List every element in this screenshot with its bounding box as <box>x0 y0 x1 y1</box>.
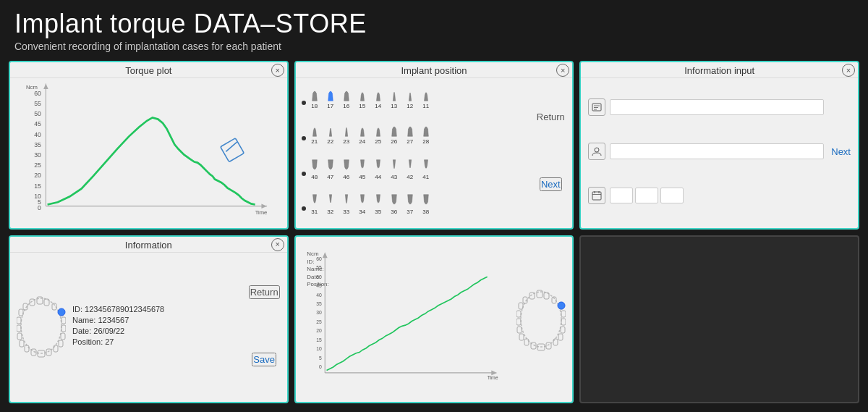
tooth-21[interactable]: 21 <box>307 123 322 145</box>
svg-rect-19 <box>221 138 244 162</box>
tooth-41[interactable]: 41 <box>419 159 433 180</box>
data-store-inner: Ncm ID: Name: Date: Position: 60 55 <box>296 237 573 403</box>
tooth-25[interactable]: 25 <box>371 123 386 145</box>
page-subtitle: Convenient recording of implantation cas… <box>14 41 854 52</box>
svg-text:30: 30 <box>34 151 41 159</box>
svg-text:20: 20 <box>34 172 41 179</box>
date-day-input[interactable] <box>610 188 633 203</box>
svg-rect-39 <box>61 317 66 324</box>
svg-rect-88 <box>561 327 565 333</box>
tooth-15[interactable]: 15 <box>355 88 370 109</box>
svg-rect-36 <box>19 309 23 316</box>
tooth-32[interactable]: 32 <box>323 193 338 215</box>
information-return-button[interactable]: Return <box>249 285 280 299</box>
tooth-45[interactable]: 45 <box>355 159 370 180</box>
svg-text:35: 35 <box>34 141 41 148</box>
info-input-inner: Next <box>581 78 858 225</box>
tooth-31[interactable]: 31 <box>307 193 322 215</box>
tooth-23[interactable]: 23 <box>339 123 354 145</box>
svg-rect-21 <box>592 104 601 111</box>
svg-text:Time: Time <box>487 374 498 379</box>
svg-rect-86 <box>561 319 566 325</box>
tooth-47[interactable]: 47 <box>323 159 338 180</box>
information-save-button[interactable]: Save <box>252 353 276 366</box>
torque-plot-title: Torque plot <box>10 62 287 78</box>
tooth-36[interactable]: 36 <box>387 193 401 215</box>
tooth-44[interactable]: 44 <box>371 159 386 180</box>
tooth-16[interactable]: 16 <box>339 88 354 109</box>
svg-rect-41 <box>61 325 66 332</box>
tooth-37[interactable]: 37 <box>403 193 417 215</box>
tooth-48[interactable]: 48 <box>307 159 322 180</box>
torque-plot-svg: 60 55 50 45 40 35 30 25 20 15 10 5 0 Ncm… <box>14 80 283 222</box>
tooth-22[interactable]: 22 <box>323 123 338 145</box>
svg-rect-87 <box>517 327 522 333</box>
information-close[interactable]: × <box>271 238 284 251</box>
svg-text:15: 15 <box>316 337 322 342</box>
implant-teeth-area: 18 17 16 15 <box>296 78 529 225</box>
implant-return-button[interactable]: Return <box>537 112 565 122</box>
svg-point-51 <box>58 308 65 316</box>
info-side-buttons: Return Save <box>242 253 287 400</box>
svg-text:25: 25 <box>34 161 41 169</box>
tooth-46[interactable]: 46 <box>339 159 354 180</box>
svg-rect-44 <box>20 340 24 347</box>
tooth-34[interactable]: 34 <box>355 193 370 215</box>
tooth-28[interactable]: 28 <box>419 123 433 145</box>
tooth-17[interactable]: 17 <box>323 88 338 109</box>
tooth-26[interactable]: 26 <box>387 123 401 145</box>
date-field-row <box>588 187 824 204</box>
tooth-13[interactable]: 13 <box>387 88 401 109</box>
tooth-12[interactable]: 12 <box>403 88 417 109</box>
svg-text:60: 60 <box>316 256 322 261</box>
svg-text:45: 45 <box>34 120 41 127</box>
tooth-33[interactable]: 33 <box>339 193 354 215</box>
page-title: Implant torque DATA–STORE <box>14 9 854 39</box>
svg-line-20 <box>226 142 237 151</box>
svg-rect-81 <box>519 303 523 309</box>
svg-rect-91 <box>524 339 529 345</box>
id-field-row <box>588 98 824 116</box>
tooth-row-3: 48 47 46 45 <box>302 159 527 180</box>
tooth-11[interactable]: 11 <box>419 88 433 109</box>
tooth-35[interactable]: 35 <box>371 193 386 215</box>
date-inputs <box>610 188 824 203</box>
svg-text:50: 50 <box>34 110 41 117</box>
torque-plot-inner: 60 55 50 45 40 35 30 25 20 15 10 5 0 Ncm… <box>10 78 287 225</box>
svg-point-96 <box>558 302 565 309</box>
id-input-field[interactable] <box>610 99 824 115</box>
tooth-24[interactable]: 24 <box>355 123 370 145</box>
svg-text:10: 10 <box>316 346 322 351</box>
teeth-oval-left <box>10 253 68 400</box>
info-text-area: ID: 123456789012345678 Name: 1234567 Dat… <box>68 253 242 400</box>
implant-side-buttons: Return Next <box>529 78 572 225</box>
date-month-input[interactable] <box>635 188 658 203</box>
svg-marker-2 <box>43 83 48 89</box>
info-fields <box>581 78 831 225</box>
information-panel: Information × <box>9 235 289 404</box>
tooth-14[interactable]: 14 <box>371 88 386 109</box>
information-input-close[interactable]: × <box>842 64 855 77</box>
info-position: Position: 27 <box>72 337 237 346</box>
information-input-next-button[interactable]: Next <box>831 146 851 157</box>
panels-grid: Torque plot × 60 55 50 45 40 35 30 25 <box>0 55 868 409</box>
svg-rect-26 <box>592 192 601 200</box>
name-input-field[interactable] <box>610 143 824 159</box>
tooth-42[interactable]: 42 <box>403 159 417 180</box>
date-year-input[interactable] <box>660 188 684 203</box>
info-panel-inner: ID: 123456789012345678 Name: 1234567 Dat… <box>10 253 287 400</box>
torque-plot-close[interactable]: × <box>271 64 284 77</box>
row-dot-3 <box>302 172 306 176</box>
svg-rect-38 <box>17 317 21 324</box>
tooth-row-2: 21 22 23 24 <box>302 123 527 145</box>
implant-position-panel: Implant position × 18 17 <box>294 61 574 230</box>
tooth-18[interactable]: 18 <box>307 88 322 109</box>
tooth-43[interactable]: 43 <box>387 159 401 180</box>
implant-next-button[interactable]: Next <box>540 177 562 191</box>
svg-text:60: 60 <box>34 90 41 97</box>
svg-text:25: 25 <box>316 319 322 324</box>
svg-text:40: 40 <box>34 131 41 138</box>
tooth-27[interactable]: 27 <box>403 123 417 145</box>
info-date: Date: 26/09/22 <box>72 327 237 335</box>
tooth-38[interactable]: 38 <box>419 193 433 215</box>
